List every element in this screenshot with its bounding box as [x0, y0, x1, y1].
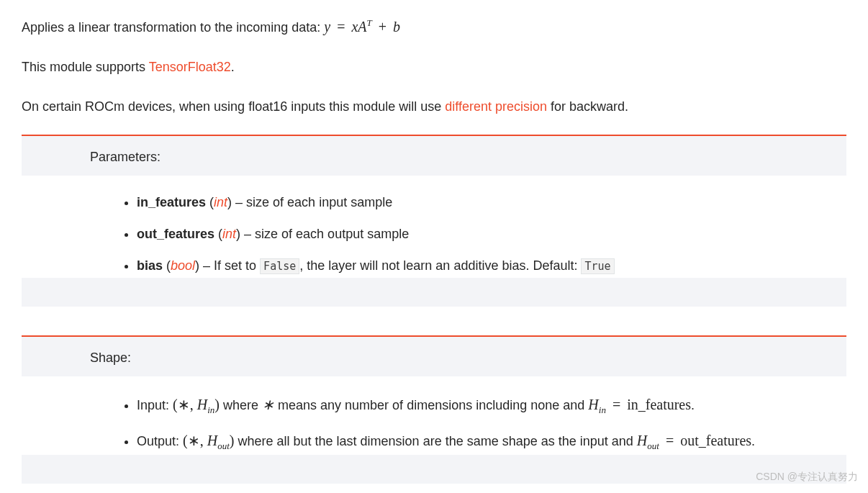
code-false: False [260, 258, 299, 274]
bool-type-link[interactable]: bool [171, 258, 195, 273]
int-type-link[interactable]: int [214, 195, 227, 209]
param-bias: bias (bool) – If set to False, the layer… [137, 253, 846, 278]
different-precision-link[interactable]: different precision [445, 99, 547, 114]
intro-paragraph: Applies a linear transformation to the i… [22, 14, 846, 39]
parameters-list: in_features (int) – size of each input s… [22, 190, 846, 279]
intro-text: Applies a linear transformation to the i… [22, 20, 324, 35]
shape-section: Shape: Input: (∗, Hin) where ∗ means any… [22, 335, 846, 484]
parameters-heading: Parameters: [22, 146, 846, 168]
shape-list: Input: (∗, Hin) where ∗ means any number… [22, 391, 846, 455]
csdn-watermark: CSDN @专注认真努力 [756, 469, 858, 486]
shape-input: Input: (∗, Hin) where ∗ means any number… [137, 391, 846, 420]
shape-heading: Shape: [22, 347, 846, 369]
tensorfloat32-link[interactable]: TensorFloat32 [149, 60, 231, 74]
shape-input-tuple: (∗, Hin) [173, 397, 220, 412]
param-out-features: out_features (int) – size of each output… [137, 222, 846, 246]
shape-h-out-eq: Hout = out_features [637, 433, 751, 448]
code-true: True [581, 258, 614, 274]
shape-h-in-eq: Hin = in_features [588, 397, 691, 412]
shape-output-tuple: (∗, Hout) [183, 433, 234, 448]
tensorfloat-paragraph: This module supports TensorFloat32. [22, 56, 846, 78]
linear-formula: y = xAT + b [324, 19, 400, 35]
shape-output: Output: (∗, Hout) where all but the last… [137, 427, 846, 456]
rocm-paragraph: On certain ROCm devices, when using floa… [22, 96, 846, 118]
parameters-section: Parameters: in_features (int) – size of … [22, 135, 846, 307]
int-type-link[interactable]: int [222, 227, 236, 241]
param-in-features: in_features (int) – size of each input s… [137, 190, 846, 214]
